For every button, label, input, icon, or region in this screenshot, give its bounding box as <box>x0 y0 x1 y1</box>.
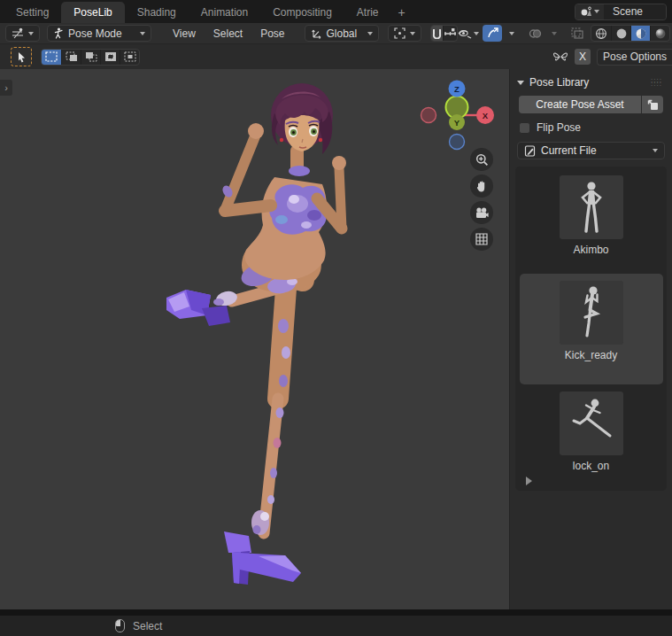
transform-orientation-selector[interactable]: Global <box>305 25 379 42</box>
xray-toggle[interactable] <box>568 25 587 42</box>
snap-increment-icon <box>444 27 457 39</box>
shading-wireframe-button[interactable] <box>591 26 611 41</box>
menu-view[interactable]: View <box>164 27 205 40</box>
create-pose-asset-button[interactable]: Create Pose Asset <box>519 96 641 113</box>
tab-atrie[interactable]: Atrie <box>344 2 391 23</box>
visibility-dropdown[interactable] <box>458 25 479 42</box>
mirror-butterfly-icon <box>552 50 568 63</box>
navigation-gizmo[interactable]: Y Z X <box>418 73 502 157</box>
shading-material-preview-button[interactable] <box>630 26 650 41</box>
sidebar: Pose Library :::: :::: Create Pose Asset… <box>509 69 672 609</box>
gizmos-dropdown[interactable] <box>502 25 521 42</box>
asset-thumbnail[interactable] <box>560 175 623 239</box>
svg-text:X: X <box>483 111 489 120</box>
panel-collapse-icon[interactable] <box>517 81 524 85</box>
mode-label: Pose Mode <box>68 27 122 40</box>
orthographic-toggle-button[interactable] <box>470 228 493 251</box>
chevron-down-icon <box>474 32 479 35</box>
snap-toggle[interactable] <box>431 26 443 41</box>
pose-options-label: Pose Options <box>603 50 667 63</box>
viewport-header: Pose Mode View Select Pose Global <box>0 23 672 44</box>
active-tool-button[interactable] <box>11 47 32 66</box>
wireframe-sphere-icon <box>595 27 607 40</box>
select-intersect-button[interactable] <box>120 50 139 65</box>
editor-type-button[interactable] <box>5 25 40 42</box>
status-select-hint: Select <box>133 620 162 632</box>
material-sphere-icon <box>635 27 647 40</box>
tab-compositing[interactable]: Compositing <box>260 2 344 23</box>
asset-item-kick-ready[interactable]: Kick_ready <box>520 274 663 384</box>
overlays-toggle[interactable] <box>525 25 545 42</box>
camera-view-button[interactable] <box>470 201 493 224</box>
left-mouse-button-icon <box>115 619 125 632</box>
grid-icon <box>475 233 488 245</box>
scene-selector[interactable]: Scene <box>575 4 667 20</box>
current-file-icon <box>524 145 536 157</box>
asset-item-akimbo[interactable]: Akimbo <box>520 172 663 261</box>
3d-viewport-editor-icon <box>12 27 24 39</box>
pan-button[interactable] <box>470 175 493 198</box>
tab-animation[interactable]: Animation <box>189 2 260 23</box>
menu-select[interactable]: Select <box>205 27 251 40</box>
overlays-dropdown[interactable] <box>545 25 564 42</box>
pose-mode-icon <box>53 27 64 39</box>
scene-icon <box>580 6 592 18</box>
eye-icon <box>458 28 472 39</box>
xray-icon <box>571 27 583 39</box>
chevron-down-icon <box>367 32 373 35</box>
magnet-icon <box>431 27 443 39</box>
asset-item-lock-on[interactable]: lock_on <box>520 388 663 477</box>
panel-grip-icon[interactable]: :::: :::: <box>651 79 665 86</box>
tab-setting[interactable]: Setting <box>4 2 61 23</box>
select-set-button[interactable] <box>42 50 61 65</box>
axis-neg-x-ball <box>421 108 436 123</box>
library-value: Current File <box>541 144 597 157</box>
menu-pose[interactable]: Pose <box>251 27 293 40</box>
chevron-down-icon <box>653 149 658 152</box>
select-subtract-button[interactable] <box>81 50 100 65</box>
pose-options-dropdown[interactable]: Pose Options <box>597 49 672 66</box>
tab-shading[interactable]: Shading <box>125 2 189 23</box>
gizmo-icon <box>487 27 498 39</box>
flip-pose-checkbox[interactable] <box>519 122 530 134</box>
asset-label: Akimbo <box>573 244 608 256</box>
zoom-button[interactable] <box>470 148 493 171</box>
orientation-axes-icon <box>311 27 322 39</box>
shading-mode-group <box>591 25 670 42</box>
add-workspace-button[interactable]: + <box>391 2 413 23</box>
chevron-down-icon <box>594 10 599 13</box>
shading-solid-button[interactable] <box>611 26 630 41</box>
flip-pose-label: Flip Pose <box>537 121 581 134</box>
overlays-icon <box>529 28 542 39</box>
select-invert-button[interactable] <box>100 50 120 65</box>
pose-asset-browser[interactable]: Akimbo Kick_ready <box>515 167 667 491</box>
pose-library-panel-header[interactable]: Pose Library :::: :::: <box>510 69 672 94</box>
asset-browser-expand-arrow[interactable] <box>526 477 532 485</box>
topbar: Setting PoseLib Shading Animation Compos… <box>0 0 672 23</box>
gizmos-toggle[interactable] <box>483 25 502 42</box>
pivot-point-selector[interactable] <box>388 25 421 42</box>
select-extend-button[interactable] <box>61 50 81 65</box>
asset-thumbnail[interactable] <box>560 281 623 345</box>
orientation-label: Global <box>327 27 358 40</box>
shading-rendered-button[interactable] <box>650 26 669 41</box>
snap-group <box>430 25 458 42</box>
mode-selector[interactable]: Pose Mode <box>47 25 151 42</box>
statusbar: Select <box>0 616 672 636</box>
svg-text:Z: Z <box>454 84 460 94</box>
statusbar-divider <box>0 609 672 616</box>
tweak-cursor-icon <box>17 51 27 63</box>
3d-viewport[interactable]: › <box>0 69 509 609</box>
movie-camera-icon <box>475 207 489 219</box>
chevron-down-icon <box>410 32 415 35</box>
scene-name[interactable]: Scene <box>604 4 666 19</box>
tab-poselib[interactable]: PoseLib <box>61 2 124 23</box>
chevron-down-icon <box>28 32 34 35</box>
mirror-x-toggle[interactable]: X <box>575 49 591 65</box>
asset-library-selector[interactable]: Current File <box>517 142 665 159</box>
create-pose-asset-extra-button[interactable] <box>642 96 663 113</box>
snap-target-selector[interactable] <box>443 26 458 41</box>
asset-thumbnail[interactable] <box>560 392 623 455</box>
tool-header: X Pose Options <box>0 44 672 69</box>
solid-sphere-icon <box>615 27 628 40</box>
